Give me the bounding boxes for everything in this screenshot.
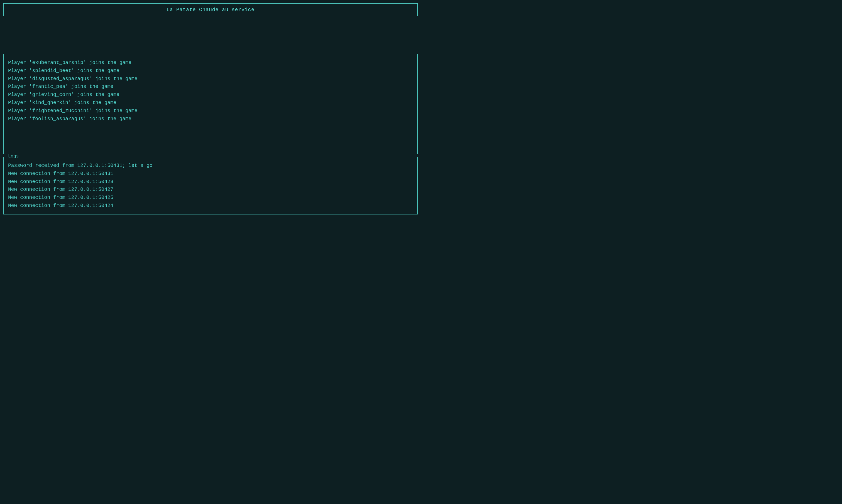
logs-line: New connection from 127.0.0.1:50427 <box>8 185 413 194</box>
logs-section: Logs Password received from 127.0.0.1:50… <box>3 157 418 214</box>
logs-line: Password received from 127.0.0.1:50431; … <box>8 162 413 170</box>
title-text: La Patate Chaude au service <box>167 7 255 13</box>
logs-line: New connection from 127.0.0.1:50428 <box>8 178 413 186</box>
game-log-box: Player 'exuberant_parsnip' joins the gam… <box>3 54 418 154</box>
game-log-line: Player 'kind_gherkin' joins the game <box>8 99 413 107</box>
game-log-line: Player 'grieving_corn' joins the game <box>8 91 413 99</box>
game-log-line: Player 'foolish_asparagus' joins the gam… <box>8 115 413 123</box>
logs-label: Logs <box>6 154 20 159</box>
logs-line: New connection from 127.0.0.1:50431 <box>8 170 413 178</box>
spacer <box>3 21 418 54</box>
title-box: La Patate Chaude au service <box>3 3 418 16</box>
game-log-line: Player 'frantic_pea' joins the game <box>8 83 413 91</box>
game-log-line: Player 'disgusted_asparagus' joins the g… <box>8 75 413 83</box>
game-log-line: Player 'splendid_beet' joins the game <box>8 67 413 75</box>
logs-line: New connection from 127.0.0.1:50425 <box>8 194 413 202</box>
game-log-line: Player 'frightened_zucchini' joins the g… <box>8 107 413 115</box>
game-log-line: Player 'exuberant_parsnip' joins the gam… <box>8 59 413 67</box>
logs-line: New connection from 127.0.0.1:50424 <box>8 202 413 210</box>
